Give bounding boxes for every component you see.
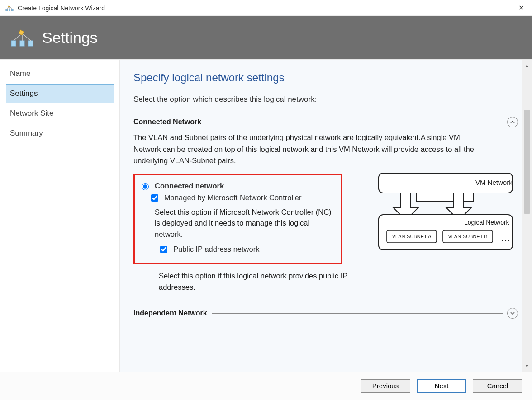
connected-body: Connected network Managed by Microsoft N… [133,171,522,297]
svg-line-5 [10,6,12,9]
collapse-icon[interactable] [507,117,518,127]
group-connected-header: Connected Network [133,117,522,127]
content: Specify logical network settings Select … [120,60,522,372]
diagram-ellipsis: … [501,232,511,243]
check-managed[interactable]: Managed by Microsoft Network Controller [149,193,337,203]
header-network-icon [10,27,34,48]
diagram-vlan-a: VLAN-SUBNET A [392,234,432,239]
radio-connected-input[interactable] [142,183,149,190]
check-managed-input[interactable] [151,194,158,202]
previous-button[interactable]: Previous [361,379,410,393]
instruction-text: Select the option which describes this l… [133,95,522,104]
check-managed-label[interactable]: Managed by Microsoft Network Controller [164,193,302,202]
highlight-box: Connected network Managed by Microsoft N… [133,174,342,264]
public-ip-description: Select this option if this logical netwo… [159,270,367,293]
divider [206,122,503,122]
svg-rect-8 [20,41,24,46]
cancel-button[interactable]: Cancel [473,379,522,393]
radio-connected-label[interactable]: Connected network [155,182,224,190]
footer: Previous Next Cancel [0,372,532,400]
scrollbar[interactable]: ▴ ▾ [522,60,532,372]
header-title: Settings [42,29,98,47]
page-title: Specify logical network settings [133,71,522,84]
sidebar-item-summary[interactable]: Summary [6,124,114,143]
close-icon[interactable]: ✕ [516,4,527,12]
svg-line-12 [22,33,31,41]
sidebar: Name Settings Network Site Summary [0,60,120,372]
next-button[interactable]: Next [417,379,466,393]
group-independent-header: Independent Network [133,308,522,319]
scroll-down-icon[interactable]: ▾ [526,362,528,370]
divider [212,313,503,314]
svg-rect-2 [12,9,13,11]
svg-rect-7 [11,41,16,46]
svg-rect-15 [417,193,474,201]
body: Name Settings Network Site Summary Speci… [0,59,532,372]
window-title: Create Logical Network Wizard [18,5,105,12]
svg-rect-9 [28,41,33,46]
group-connected-label: Connected Network [133,118,201,126]
svg-rect-0 [6,9,7,11]
main: Specify logical network settings Select … [120,60,532,372]
network-diagram: VM Network Logical Network VLAN-SUBNET A… [376,171,516,259]
check-public-ip-input[interactable] [160,246,167,253]
diagram-vlan-b: VLAN-SUBNET B [448,234,487,239]
group-independent-label: Independent Network [133,309,207,317]
connected-left: Connected network Managed by Microsoft N… [133,171,367,297]
managed-description: Select this option if Microsoft Network … [155,207,337,240]
sidebar-item-settings[interactable]: Settings [6,84,114,103]
diagram-logical-label: Logical Network [464,219,510,226]
expand-icon[interactable] [507,308,518,319]
connected-description: The VLAN and Subnet pairs of the underly… [133,132,477,167]
titlebar: Create Logical Network Wizard ✕ [0,0,532,16]
app-icon [5,5,14,12]
check-public-ip-label[interactable]: Public IP address network [173,245,259,254]
diagram-vm-label: VM Network [475,179,513,186]
scroll-up-icon[interactable]: ▴ [526,61,528,69]
scroll-thumb[interactable] [524,110,530,214]
sidebar-item-name[interactable]: Name [6,64,114,83]
check-public-ip[interactable]: Public IP address network [158,245,337,254]
radio-connected[interactable]: Connected network [139,182,337,190]
header-band: Settings [0,16,532,59]
sidebar-item-network-site[interactable]: Network Site [6,104,114,123]
svg-rect-1 [9,9,10,11]
wizard-window: Create Logical Network Wizard ✕ Settings… [0,0,532,400]
